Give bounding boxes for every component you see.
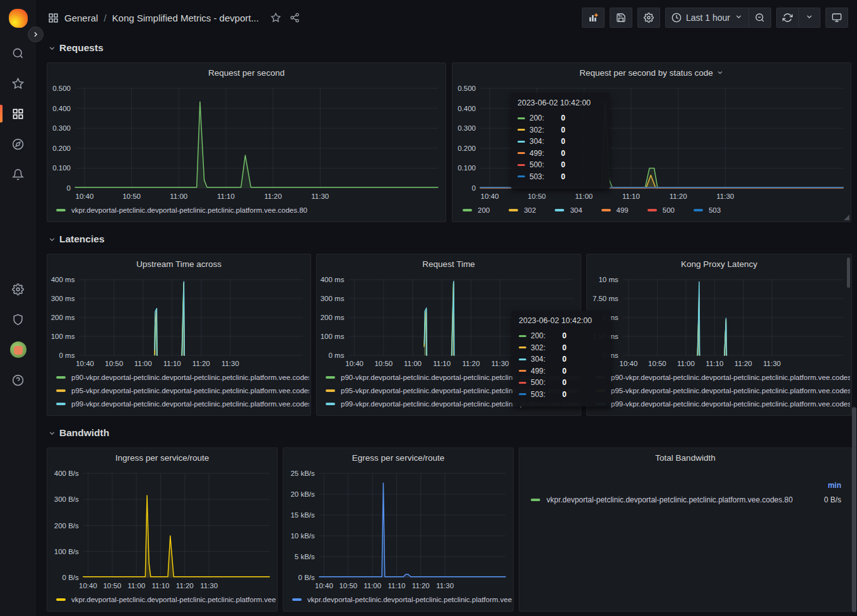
- svg-text:11:30: 11:30: [436, 582, 454, 589]
- scrollbar-thumb[interactable]: [852, 407, 856, 612]
- grafana-logo[interactable]: [9, 9, 28, 28]
- svg-text:11:20: 11:20: [412, 582, 430, 589]
- panel-header-request-per-second[interactable]: Request per second: [47, 63, 446, 82]
- legend-item[interactable]: 304: [555, 203, 582, 216]
- svg-text:15 kB/s: 15 kB/s: [290, 511, 315, 519]
- legend-swatch: [694, 209, 703, 211]
- chevron-down-icon: [48, 429, 56, 437]
- egress-chart[interactable]: 0 B/s5 kB/s10 kB/s15 kB/s20 kB/s25 kB/s1…: [283, 467, 513, 591]
- legend-label: 499: [617, 206, 629, 214]
- table-row[interactable]: vkpr.devportal-petclinic.devportal-petcl…: [531, 492, 841, 507]
- legend-label: vkpr.devportal-petclinic.devportal-petcl…: [71, 596, 276, 603]
- admin-shield-icon[interactable]: [0, 304, 36, 335]
- svg-text:11:20: 11:20: [735, 360, 752, 367]
- section-bandwidth[interactable]: Bandwidth: [48, 425, 857, 441]
- apps-grid-icon: [48, 13, 59, 23]
- zoom-out-time-button[interactable]: [749, 8, 771, 28]
- breadcrumb: General / Kong Simplified Metrics - devp…: [48, 13, 300, 23]
- panel-header-upstream-time[interactable]: Upstream Time across: [47, 254, 310, 273]
- tooltip-series-value: 0: [562, 331, 567, 340]
- legend-item[interactable]: p90-vkpr.devportal-petclinic.devportal-p…: [596, 370, 850, 384]
- svg-text:10 ms: 10 ms: [598, 276, 618, 283]
- search-icon[interactable]: [0, 38, 36, 68]
- explore-compass-icon[interactable]: [0, 129, 36, 159]
- panel-resize-handle[interactable]: [844, 215, 849, 220]
- tooltip-row: 304: 0: [517, 136, 603, 148]
- legend-swatch: [56, 209, 66, 211]
- svg-text:11:30: 11:30: [763, 360, 781, 367]
- monitor-icon: [832, 13, 842, 23]
- starred-icon[interactable]: [0, 68, 36, 98]
- legend-item[interactable]: p90-vkpr.devportal-petclinic.devportal-p…: [56, 370, 309, 384]
- legend-swatch: [326, 376, 335, 379]
- zoom-out-icon: [755, 13, 765, 23]
- add-panel-button[interactable]: [582, 8, 605, 28]
- panel-header-ingress[interactable]: Ingress per service/route: [47, 448, 277, 467]
- panel-scrollbar[interactable]: [847, 258, 850, 288]
- panel-header-kong-proxy-latency[interactable]: Kong Proxy Latency: [587, 254, 851, 273]
- legend-item[interactable]: 302: [509, 203, 536, 216]
- panel-header-request-time[interactable]: Request Time: [317, 254, 581, 273]
- svg-text:11:10: 11:10: [163, 360, 181, 367]
- legend-item[interactable]: p99-vkpr.devportal-petclinic.devportal-p…: [596, 397, 850, 410]
- user-avatar[interactable]: [0, 335, 36, 365]
- legend-item[interactable]: 499: [601, 203, 629, 216]
- upstream-time-chart[interactable]: 0 ms100 ms200 ms300 ms400 ms10:4010:5011…: [47, 273, 310, 369]
- request-per-second-chart[interactable]: 00.1000.2000.3000.4000.50010:4010:5011:0…: [47, 82, 446, 202]
- svg-text:10:40: 10:40: [345, 360, 363, 367]
- legend-item[interactable]: vkpr.devportal-petclinic.devportal-petcl…: [292, 593, 512, 606]
- legend-item[interactable]: p99-vkpr.devportal-petclinic.devportal-p…: [56, 397, 309, 410]
- time-range-picker[interactable]: Last 1 hour: [665, 8, 749, 28]
- legend-item[interactable]: 503: [694, 203, 721, 216]
- tooltip-series-value: 0: [562, 390, 567, 399]
- refresh-button[interactable]: [776, 8, 799, 28]
- svg-text:100 B/s: 100 B/s: [54, 548, 79, 555]
- settings-gear-icon[interactable]: [0, 274, 36, 304]
- kiosk-mode-button[interactable]: [825, 8, 848, 28]
- legend-swatch: [56, 376, 66, 379]
- share-icon[interactable]: [290, 13, 300, 23]
- favorite-star-icon[interactable]: [271, 13, 281, 23]
- min-value: 0 B/s: [824, 495, 841, 504]
- panel-header-status-code[interactable]: Request per second by status code: [452, 63, 851, 82]
- min-column-header[interactable]: min: [828, 481, 841, 490]
- panel-header-egress[interactable]: Egress per service/route: [283, 448, 513, 467]
- kong-proxy-latency-chart[interactable]: 0 ms2.50 ms5 ms7.50 ms10 ms10:4010:5011:…: [587, 273, 851, 369]
- svg-text:400 B/s: 400 B/s: [54, 470, 79, 477]
- legend-item[interactable]: 200: [463, 203, 490, 216]
- refresh-interval-dropdown[interactable]: [799, 8, 820, 28]
- section-label: Requests: [59, 42, 103, 54]
- time-range-label: Last 1 hour: [686, 13, 730, 23]
- panel-ingress: Ingress per service/route 0 B/s100 B/s20…: [47, 447, 278, 612]
- section-latencies[interactable]: Latencies: [48, 231, 857, 247]
- svg-text:0.100: 0.100: [458, 164, 476, 172]
- legend-item[interactable]: vkpr.devportal-petclinic.devportal-petcl…: [56, 203, 444, 216]
- svg-text:11:00: 11:00: [363, 582, 381, 589]
- alerting-bell-icon[interactable]: [0, 159, 36, 189]
- tooltip-series-value: 0: [561, 126, 565, 134]
- section-requests[interactable]: Requests: [48, 40, 857, 56]
- legend-label: vkpr.devportal-petclinic.devportal-petcl…: [71, 206, 307, 214]
- series-swatch: [519, 335, 526, 337]
- save-dashboard-button[interactable]: [610, 8, 632, 28]
- bandwidth-legend-table: min vkpr.devportal-petclinic.devportal-p…: [519, 467, 851, 507]
- expand-sidebar-button[interactable]: [28, 27, 44, 42]
- legend-item[interactable]: vkpr.devportal-petclinic.devportal-petcl…: [56, 593, 276, 606]
- dashboard-header: General / Kong Simplified Metrics - devp…: [36, 0, 857, 35]
- clock-icon: [671, 13, 682, 23]
- dashboards-icon[interactable]: [0, 98, 36, 129]
- svg-text:11:30: 11:30: [200, 582, 218, 589]
- help-icon[interactable]: [0, 365, 36, 395]
- legend-label: 200: [478, 206, 490, 214]
- legend-item[interactable]: 500: [647, 203, 675, 216]
- tooltip-row: 302: 0: [517, 124, 603, 136]
- page-scrollbar[interactable]: [852, 0, 856, 616]
- dashboard-settings-button[interactable]: [637, 8, 660, 28]
- svg-text:10:50: 10:50: [528, 192, 546, 200]
- legend-item[interactable]: p95-vkpr.devportal-petclinic.devportal-p…: [596, 384, 850, 397]
- tooltip-series-value: 0: [562, 355, 567, 364]
- legend-item[interactable]: p95-vkpr.devportal-petclinic.devportal-p…: [56, 384, 309, 397]
- panel-header-total-bandwidth[interactable]: Total Bandwidth: [519, 448, 851, 467]
- ingress-chart[interactable]: 0 B/s100 B/s200 B/s300 B/s400 B/s10:4010…: [47, 467, 277, 591]
- breadcrumb-section[interactable]: General: [64, 13, 98, 23]
